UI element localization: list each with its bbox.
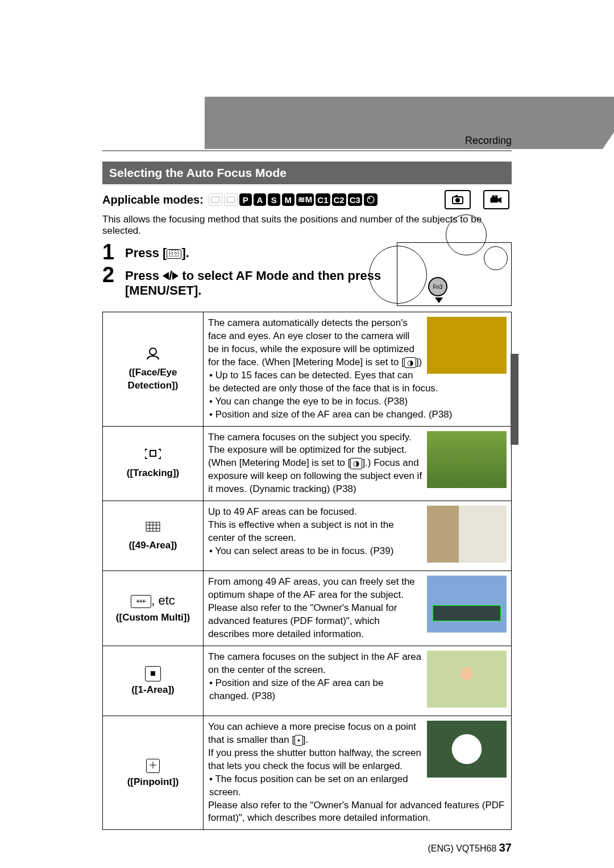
mode-body: The camera automatically detects the per… <box>208 317 422 367</box>
sample-image <box>427 651 507 708</box>
area1-inline-icon: ▪ <box>294 735 303 746</box>
svg-rect-9 <box>492 196 495 199</box>
area49-icon <box>107 520 198 537</box>
svg-point-15 <box>150 348 156 355</box>
area1-icon <box>107 664 198 681</box>
pinpoint-icon <box>107 757 198 774</box>
table-row: ([1-Area]) The camera focuses on the sub… <box>103 646 512 716</box>
face-eye-icon <box>107 346 198 364</box>
svg-rect-10 <box>495 196 498 199</box>
svg-rect-8 <box>491 197 499 202</box>
applicable-modes-label: Applicable modes: <box>102 193 204 206</box>
svg-rect-7 <box>455 195 458 197</box>
svg-point-6 <box>455 198 460 202</box>
step-2-text: Press / to select AF Mode and then press… <box>125 264 381 298</box>
step-1-text: Press [ ]. <box>125 241 189 261</box>
mode-body: Up to 49 AF areas can be focused. This i… <box>208 506 394 543</box>
mode-body: The camera focuses on the subject you sp… <box>208 432 422 495</box>
mode-iaplus-icon: + <box>224 193 238 206</box>
mode-body: From among 49 AF areas, you can freely s… <box>208 576 415 639</box>
mode-body: The camera focuses on the subject in the… <box>208 651 421 675</box>
indicator-arrow-icon <box>435 297 443 303</box>
page-footer: (ENG) VQT5H68 37 <box>102 841 512 854</box>
header-banner <box>205 97 603 149</box>
table-row: ([Pinpoint]) You can achieve a more prec… <box>103 716 512 830</box>
mode-c1-icon: C1 <box>316 193 330 206</box>
svg-rect-0 <box>211 197 219 203</box>
chapter-label: Recording <box>465 135 512 147</box>
mode-name: ([Tracking]) <box>127 468 180 478</box>
section-tab <box>511 354 518 445</box>
table-row: ([49-Area]) Up to 49 AF areas can be foc… <box>103 501 512 571</box>
mode-name: ([49-Area]) <box>128 540 177 551</box>
multi-metering-icon: ◑ <box>350 458 362 469</box>
step-2-number: 2 <box>102 264 125 286</box>
mode-name: ([Custom Multi]) <box>116 612 190 623</box>
mode-m-icon: M <box>282 193 294 206</box>
sample-image <box>427 506 507 563</box>
mode-s-icon: S <box>268 193 280 206</box>
svg-text:+: + <box>233 195 235 199</box>
mode-c2-icon: C2 <box>332 193 346 206</box>
mode-tail: Please also refer to the "Owner's Manual… <box>208 799 507 825</box>
svg-point-3 <box>367 196 374 203</box>
sample-image <box>427 317 507 374</box>
sample-image <box>427 576 507 633</box>
multi-metering-icon: ◑ <box>404 357 416 369</box>
fn3-button-icon: Fn3 <box>428 277 447 296</box>
sample-image <box>427 431 507 488</box>
mode-p-icon: P <box>239 193 252 206</box>
left-arrow-icon <box>163 272 169 280</box>
mode-scn-icon <box>364 193 377 206</box>
mode-name: ([1-Area]) <box>131 684 175 695</box>
step-1-number: 1 <box>102 241 125 263</box>
custom-multi-icon: , etc <box>107 592 198 609</box>
svg-rect-16 <box>150 450 156 456</box>
sample-image <box>427 721 507 778</box>
photo-mode-icon <box>445 190 471 209</box>
table-row: , etc ([Custom Multi]) From among 49 AF … <box>103 571 512 646</box>
mode-a-icon: A <box>254 193 266 206</box>
svg-point-4 <box>368 197 370 199</box>
mode-body: You can achieve a more precise focus on … <box>208 721 421 771</box>
tracking-icon <box>107 447 198 465</box>
af-area-button-icon <box>167 249 181 259</box>
mode-ia-icon <box>209 193 222 206</box>
mode-name: ([Pinpoint]) <box>127 776 179 787</box>
right-arrow-icon <box>172 272 179 280</box>
mode-c3-icon: C3 <box>348 193 362 206</box>
table-row: ([Face/Eye Detection]) The camera automa… <box>103 312 512 427</box>
section-title: Selecting the Auto Focus Mode <box>102 162 512 184</box>
svg-rect-27 <box>151 671 155 676</box>
mode-name: ([Face/Eye Detection]) <box>128 367 179 391</box>
mode-moviem-icon: ≋M <box>296 193 314 206</box>
table-row: ([Tracking]) The camera focuses on the s… <box>103 426 512 501</box>
movie-mode-icon <box>483 190 509 209</box>
mode-bullets: Up to 15 faces can be detected. Eyes tha… <box>209 369 507 421</box>
camera-illustration: Fn3 <box>397 242 512 306</box>
